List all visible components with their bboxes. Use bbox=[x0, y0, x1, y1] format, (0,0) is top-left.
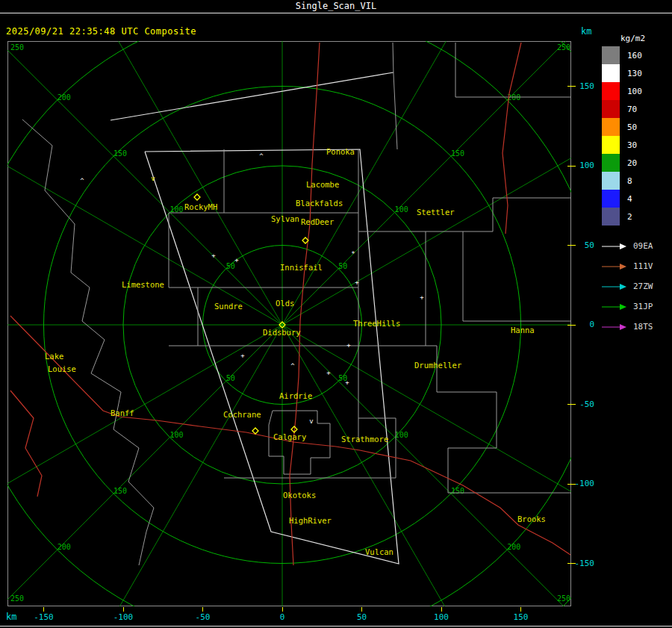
point-marker: ^ bbox=[80, 177, 84, 184]
city-label: Blackfalds bbox=[296, 199, 343, 208]
point-marker: + bbox=[211, 252, 216, 259]
site-diamond-marker bbox=[252, 428, 258, 434]
right-axis-label: -100 bbox=[573, 479, 594, 488]
city-label: Brooks bbox=[517, 514, 546, 523]
city-label: HighRiver bbox=[289, 516, 332, 525]
legend-color-swatch bbox=[602, 190, 620, 208]
azimuth-line bbox=[51, 41, 282, 325]
city-label: Banff bbox=[111, 408, 134, 417]
city-label: Lacombe bbox=[306, 180, 339, 189]
legend-value-label: 8 bbox=[627, 176, 632, 186]
legend-color-swatch bbox=[602, 118, 620, 136]
city-label: Didsbury bbox=[263, 328, 301, 337]
bottom-axis-tick bbox=[520, 607, 521, 612]
radar-site-row: 18TS bbox=[602, 317, 653, 337]
legend-entry: 100 bbox=[602, 82, 642, 100]
bottom-axis-label: -100 bbox=[108, 612, 138, 622]
legend-color-swatch bbox=[602, 208, 620, 226]
legend-value-label: 20 bbox=[627, 158, 637, 168]
radar-map-canvas[interactable]: 5010015020025050100150200250501001502002… bbox=[7, 41, 571, 606]
right-axis-unit-label: km bbox=[581, 26, 591, 37]
range-ring-label: 250 bbox=[557, 594, 570, 603]
point-marker: + bbox=[346, 341, 351, 349]
legend-value-label: 50 bbox=[627, 122, 637, 132]
city-label: Okotoks bbox=[283, 491, 316, 500]
bottom-axis-label: -150 bbox=[29, 612, 59, 622]
range-ring-label: 250 bbox=[10, 43, 24, 52]
legend-value-label: 160 bbox=[627, 51, 642, 60]
legend-value-label: 100 bbox=[627, 87, 642, 96]
city-label: Innisfail bbox=[280, 263, 323, 272]
legend-entry: 130 bbox=[602, 64, 642, 82]
point-marker: v bbox=[309, 417, 313, 425]
point-marker: ^ bbox=[290, 362, 295, 370]
legend-entry: 50 bbox=[602, 118, 642, 136]
legend-entry: 160 bbox=[602, 46, 642, 64]
legend-color-swatch bbox=[602, 136, 620, 154]
city-label: Stettler bbox=[417, 208, 455, 217]
city-label: Sylvan bbox=[271, 214, 299, 223]
legend-value-label: 130 bbox=[627, 69, 642, 78]
radar-site-id: 27ZW bbox=[633, 282, 653, 291]
city-label: Calgary bbox=[273, 432, 306, 441]
bottom-axis-tick bbox=[282, 607, 283, 612]
radar-site-row: 09EA bbox=[602, 236, 653, 256]
range-ring-label: 250 bbox=[557, 43, 570, 52]
range-ring-label: 100 bbox=[395, 431, 408, 439]
azimuth-line bbox=[282, 325, 514, 606]
scan-datetime-label: 2025/09/21 22:35:48 UTC Composite bbox=[6, 26, 196, 37]
radar-arrow-icon bbox=[602, 283, 627, 290]
radar-site-id: 18TS bbox=[633, 322, 653, 332]
city-label: RedDeer bbox=[301, 217, 334, 226]
legend-value-label: 30 bbox=[627, 140, 637, 150]
range-ring-label: 100 bbox=[395, 205, 408, 214]
range-ring-label: 50 bbox=[338, 262, 347, 270]
bottom-frame-line bbox=[0, 626, 672, 627]
point-marker: ^ bbox=[259, 152, 264, 160]
point-marker: + bbox=[420, 293, 424, 301]
range-ring-label: 150 bbox=[113, 149, 127, 158]
point-marker: + bbox=[326, 369, 331, 376]
highway-line bbox=[10, 391, 42, 497]
point-marker: * bbox=[351, 250, 355, 258]
right-axis-label: 100 bbox=[573, 161, 594, 170]
point-marker: + bbox=[234, 256, 239, 264]
range-ring-label: 50 bbox=[226, 374, 235, 382]
radar-site-row: 111V bbox=[602, 256, 653, 276]
bottom-axis-unit-label: km bbox=[6, 612, 16, 622]
legend-unit-label: kg/m2 bbox=[620, 34, 645, 43]
legend-color-swatch bbox=[602, 100, 620, 118]
radar-arrow-icon bbox=[602, 303, 627, 311]
window-title: Single_Scan_VIL bbox=[296, 1, 376, 11]
legend-entry: 4 bbox=[602, 190, 642, 208]
radar-site-id: 09EA bbox=[633, 241, 653, 251]
range-ring-label: 50 bbox=[226, 262, 235, 270]
city-label: Cochrane bbox=[223, 410, 261, 419]
city-label: Limestone bbox=[122, 280, 164, 289]
right-axis-label: -150 bbox=[573, 559, 594, 568]
legend-color-swatch bbox=[602, 46, 620, 64]
site-diamond-marker bbox=[194, 194, 200, 200]
legend-color-swatch bbox=[602, 64, 620, 82]
legend-entry: 2 bbox=[602, 208, 642, 226]
radar-arrow-icon bbox=[602, 323, 627, 331]
right-axis-label: 150 bbox=[573, 81, 594, 91]
range-ring-label: 100 bbox=[169, 431, 183, 439]
range-ring-label: 250 bbox=[10, 594, 24, 603]
legend-entry: 70 bbox=[602, 100, 642, 118]
city-label: ThreeHills bbox=[353, 319, 400, 328]
point-marker: + bbox=[355, 279, 359, 286]
radar-arrow-icon bbox=[602, 263, 627, 270]
bottom-axis-label: 100 bbox=[426, 612, 456, 622]
city-label: Hanna bbox=[511, 326, 535, 335]
city-label: Ponoka bbox=[326, 147, 355, 156]
range-ring-label: 200 bbox=[57, 543, 71, 551]
azimuth-line bbox=[51, 325, 282, 606]
bottom-axis-tick bbox=[43, 607, 44, 612]
city-label: Lake bbox=[45, 352, 63, 361]
point-marker: v bbox=[151, 175, 155, 182]
bottom-axis-label: 0 bbox=[267, 612, 297, 622]
legend-value-label: 4 bbox=[627, 194, 632, 204]
radar-site-legend: 09EA111V27ZW31JP18TS bbox=[602, 236, 653, 337]
city-label: Drumheller bbox=[414, 361, 461, 370]
